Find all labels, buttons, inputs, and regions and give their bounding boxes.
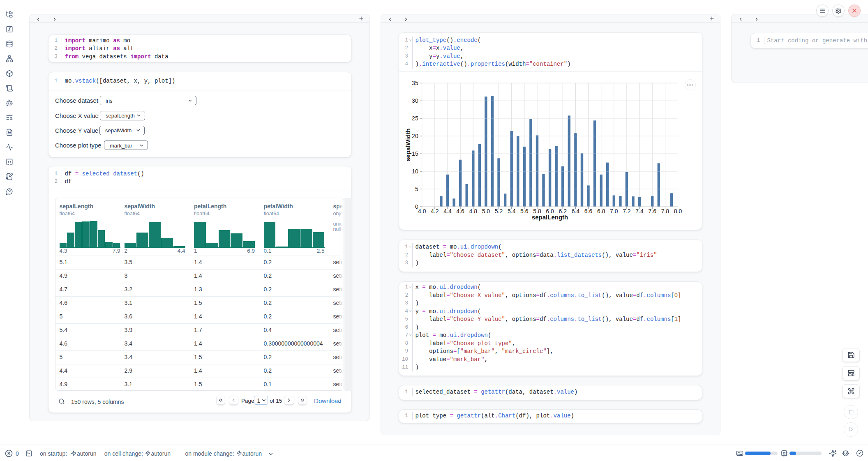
svg-text:4.6: 4.6	[456, 208, 464, 214]
svg-text:7.0: 7.0	[610, 208, 618, 214]
svg-text:sepalWidth: sepalWidth	[404, 129, 411, 161]
svg-text:5.4: 5.4	[508, 208, 516, 214]
svg-text:10: 10	[412, 168, 418, 175]
svg-text:5.0: 5.0	[482, 208, 490, 214]
svg-text:8.0: 8.0	[674, 208, 682, 214]
svg-text:30: 30	[412, 97, 418, 104]
svg-text:25: 25	[412, 115, 418, 122]
svg-text:5.6: 5.6	[520, 208, 529, 214]
svg-text:7.6: 7.6	[648, 208, 656, 214]
svg-text:6.8: 6.8	[597, 208, 605, 214]
svg-text:0: 0	[415, 203, 418, 210]
svg-text:6.6: 6.6	[584, 208, 593, 214]
svg-text:4.8: 4.8	[469, 208, 478, 214]
svg-text:sepalLength: sepalLength	[532, 214, 568, 221]
svg-text:20: 20	[412, 133, 418, 139]
svg-text:5: 5	[415, 186, 418, 192]
svg-text:4.4: 4.4	[443, 208, 452, 214]
svg-text:4.2: 4.2	[431, 208, 439, 214]
svg-text:5.2: 5.2	[495, 208, 503, 214]
svg-text:7.4: 7.4	[635, 208, 644, 214]
svg-text:6.4: 6.4	[572, 208, 580, 214]
svg-text:15: 15	[412, 150, 418, 157]
svg-text:7.2: 7.2	[623, 208, 631, 214]
svg-text:4.0: 4.0	[418, 208, 426, 214]
svg-text:7.8: 7.8	[661, 208, 669, 214]
svg-text:35: 35	[412, 80, 418, 86]
